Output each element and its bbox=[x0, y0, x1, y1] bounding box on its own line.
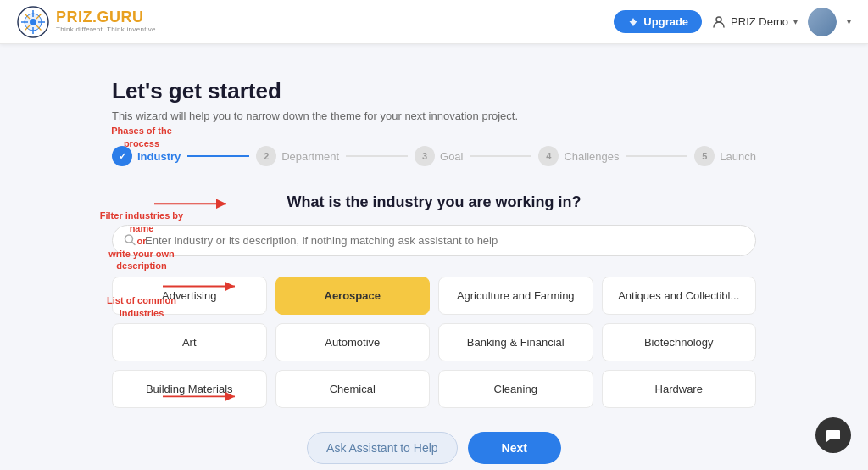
question-title: What is the industry you are working in? bbox=[112, 193, 756, 211]
brand-name: PRIZ.GURU bbox=[56, 9, 162, 26]
industry-card[interactable]: Cleaning bbox=[438, 370, 593, 408]
step-launch: 5 Launch bbox=[694, 146, 756, 166]
step-label-1: Industry bbox=[137, 150, 181, 163]
brand-name-part2: .GURU bbox=[92, 8, 144, 25]
annotation-list: List of common industries bbox=[95, 294, 188, 320]
chat-fab[interactable] bbox=[815, 417, 851, 453]
step-circle-2: 2 bbox=[256, 146, 276, 166]
connector-2 bbox=[346, 155, 408, 157]
avatar-chevron: ▾ bbox=[847, 17, 851, 26]
user-menu[interactable]: PRIZ Demo ▾ bbox=[712, 15, 798, 29]
industry-grid: AdvertisingAerospaceAgriculture and Farm… bbox=[112, 277, 756, 408]
step-circle-1: ✓ bbox=[112, 146, 132, 166]
main-content: Let's get started This wizard will help … bbox=[0, 44, 868, 470]
svg-point-11 bbox=[716, 17, 721, 22]
step-department: 2 Department bbox=[256, 146, 339, 166]
annotation-filter: Filter industries by name or write your … bbox=[95, 210, 188, 272]
connector-3 bbox=[470, 155, 532, 157]
upgrade-button[interactable]: Upgrade bbox=[614, 10, 702, 33]
navbar-right: Upgrade PRIZ Demo ▾ ▾ bbox=[614, 8, 851, 36]
steps-container: ✓ Industry 2 Department 3 Goal 4 Challen… bbox=[112, 146, 756, 166]
industry-card[interactable]: Banking & Financial bbox=[438, 323, 593, 361]
search-input[interactable] bbox=[112, 225, 756, 256]
step-label-3: Goal bbox=[440, 150, 463, 163]
content-area: Let's get started This wizard will help … bbox=[95, 44, 773, 470]
connector-4 bbox=[626, 155, 687, 157]
industry-card[interactable]: Agriculture and Farming bbox=[438, 277, 593, 315]
industry-card[interactable]: Antiques and Collectibl... bbox=[602, 277, 757, 315]
svg-point-2 bbox=[30, 19, 36, 25]
step-circle-3: 3 bbox=[415, 146, 435, 166]
user-chevron: ▾ bbox=[793, 17, 798, 26]
industry-card[interactable]: Art bbox=[112, 323, 267, 361]
industry-card[interactable]: Hardware bbox=[602, 370, 757, 408]
industry-card[interactable]: Building Materials bbox=[112, 370, 267, 408]
step-label-5: Launch bbox=[720, 150, 756, 163]
step-goal: 3 Goal bbox=[415, 146, 463, 166]
logo-icon bbox=[17, 6, 49, 38]
next-button[interactable]: Next bbox=[468, 432, 561, 464]
step-circle-5: 5 bbox=[694, 146, 715, 166]
page-title: Let's get started bbox=[112, 78, 756, 104]
upgrade-icon bbox=[627, 16, 639, 28]
user-icon bbox=[712, 15, 726, 29]
search-container bbox=[112, 225, 756, 256]
step-industry: ✓ Industry bbox=[112, 146, 181, 166]
page-subtitle: This wizard will help you to narrow down… bbox=[112, 109, 756, 122]
step-label-2: Department bbox=[281, 150, 339, 163]
industry-card[interactable]: Biotechnology bbox=[602, 323, 757, 361]
upgrade-label: Upgrade bbox=[643, 15, 688, 28]
logo-text: PRIZ.GURU Think different. Think inventi… bbox=[56, 9, 162, 34]
avatar[interactable] bbox=[808, 8, 837, 36]
step-circle-4: 4 bbox=[538, 146, 559, 166]
industry-card[interactable]: Automotive bbox=[275, 323, 431, 361]
avatar-image bbox=[808, 8, 837, 36]
action-buttons: Ask Assistant to Help Next bbox=[112, 432, 756, 464]
chat-icon bbox=[825, 427, 842, 444]
brand-name-part1: PRIZ bbox=[56, 8, 92, 25]
industry-card[interactable]: Chemical bbox=[275, 370, 431, 408]
step-label-4: Challenges bbox=[564, 150, 619, 163]
navbar: PRIZ.GURU Think different. Think inventi… bbox=[0, 0, 868, 44]
connector-1 bbox=[187, 155, 249, 157]
user-name: PRIZ Demo bbox=[731, 15, 788, 28]
ask-assistant-button[interactable]: Ask Assistant to Help bbox=[307, 432, 458, 464]
industry-card[interactable]: Aerospace bbox=[275, 277, 431, 315]
logo-area: PRIZ.GURU Think different. Think inventi… bbox=[17, 6, 162, 38]
step-challenges: 4 Challenges bbox=[538, 146, 619, 166]
brand-tagline: Think different. Think inventive... bbox=[56, 26, 162, 34]
